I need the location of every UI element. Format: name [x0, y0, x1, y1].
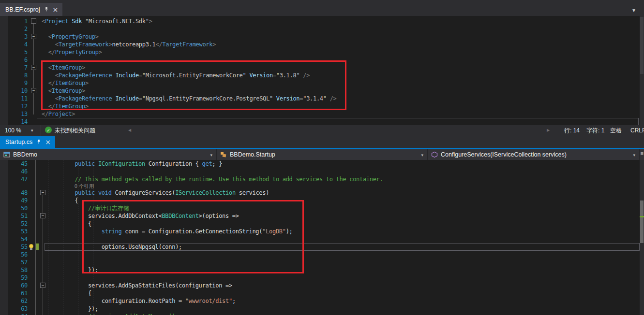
vertical-scrollbar[interactable] [640, 16, 644, 125]
code-line-62[interactable]: 62 configuration.RootPath = "wwwroot/dis… [0, 297, 644, 305]
code-text: { [48, 197, 78, 204]
close-icon[interactable]: × [45, 139, 51, 145]
chevron-down-icon[interactable]: ▾ [210, 153, 212, 158]
scrollbar-thumb[interactable] [640, 200, 644, 243]
line-number: 6 [0, 56, 28, 64]
line-number: 11 [0, 95, 28, 102]
pin-icon[interactable] [36, 139, 41, 144]
line-number: 8 [0, 72, 28, 79]
fold-marker[interactable]: − [31, 18, 36, 24]
fold-marker[interactable]: − [31, 65, 36, 70]
chevron-down-icon[interactable]: ▾ [633, 153, 635, 158]
code-line-61[interactable]: 61 { [0, 289, 644, 297]
line-number: 51 [0, 212, 28, 220]
scroll-right-icon[interactable]: ▶ [547, 127, 550, 134]
code-line-63[interactable]: 63 }); [0, 305, 644, 313]
line-number: 9 [0, 79, 28, 87]
annotation-box-adddbcontext [82, 200, 304, 273]
code-line-47[interactable]: 47 // This method gets called by the run… [0, 175, 644, 183]
code-line-64[interactable]: 64 //services.AddAutoMapper(); [0, 313, 644, 315]
code-line-59[interactable]: 59 [0, 274, 644, 282]
tab-startup-cs[interactable]: Startup.cs × [0, 136, 55, 148]
fold-marker[interactable]: − [40, 213, 45, 218]
line-number: 63 [0, 305, 28, 313]
line-number: 7 [0, 64, 28, 72]
tab-bb-ef-csproj[interactable]: BB.EF.csproj × [0, 3, 62, 16]
line-number: 59 [0, 274, 28, 282]
chevron-down-icon[interactable]: ▾ [421, 153, 423, 158]
code-line-4[interactable]: 4 <TargetFramework>netcoreapp3.1</Target… [0, 41, 644, 48]
code-text: <Project Sdk="Microsoft.NET.Sdk"> [42, 17, 152, 25]
code-line-2[interactable]: 2 [0, 25, 644, 33]
csproj-tab-bar: BB.EF.csproj × ▼ [0, 0, 644, 16]
close-icon[interactable]: × [53, 7, 59, 13]
code-line-60[interactable]: 60− services.AddSpaStaticFiles(configura… [0, 282, 644, 289]
fold-marker[interactable]: − [31, 34, 36, 39]
method-icon [431, 151, 438, 158]
ide-window: BB.EF.csproj × ▼ 1−<Project Sdk="Microso… [0, 0, 644, 315]
annotation-box-itemgroups [41, 60, 346, 110]
csharp-project-icon [3, 151, 10, 158]
line-number: 60 [0, 282, 28, 289]
line-number: 3 [0, 33, 28, 41]
fold-marker[interactable]: − [40, 190, 45, 195]
class-icon [220, 151, 227, 158]
line-number: 12 [0, 102, 28, 110]
divider [41, 125, 41, 136]
project-dropdown[interactable]: BBDemo ▾ [0, 149, 217, 160]
line-number: 48 [0, 189, 28, 197]
line-number: 10 [0, 87, 28, 95]
change-tracking-bar [36, 243, 39, 250]
lightbulb-icon[interactable] [29, 244, 34, 250]
code-line-48[interactable]: 48− public void ConfigureServices(IServi… [0, 189, 644, 197]
type-dropdown[interactable]: BBDemo.Startup ▾ [217, 149, 428, 160]
code-text: //services.AddAutoMapper(); [48, 313, 179, 315]
pin-icon[interactable] [44, 7, 49, 12]
code-line-13[interactable]: 13</Project> [0, 110, 644, 118]
type-name: BBDemo.Startup [230, 151, 275, 158]
line-number: 5 [0, 48, 28, 56]
line-number: 54 [0, 235, 28, 243]
code-line-3[interactable]: 3− <PropertyGroup> [0, 33, 644, 41]
change-marker [640, 216, 644, 217]
eol-indicator: CRLF [630, 127, 644, 134]
line-number: 1 [0, 17, 28, 25]
line-number: 4 [0, 41, 28, 48]
code-line-46[interactable]: 46 [0, 168, 644, 175]
code-text: public IConfiguration Configuration { ge… [48, 160, 222, 168]
fold-marker[interactable]: − [31, 88, 36, 93]
health-message[interactable]: 未找到相关问题 [55, 127, 95, 134]
code-line-45[interactable]: 45 public IConfiguration Configuration {… [0, 160, 644, 168]
line-number: 13 [0, 110, 28, 118]
line-number: 2 [0, 25, 28, 33]
member-dropdown[interactable]: ConfigureServices(IServiceCollection ser… [428, 149, 640, 160]
zoom-level-combo[interactable]: 100 % [5, 127, 21, 134]
line-number: 47 [0, 175, 28, 183]
editor-status-row: 100 % ▾ ✓ 未找到相关问题 ◀ ▶ 行: 14 字符: 1 空格 CRL… [0, 125, 644, 136]
scroll-left-icon[interactable]: ◀ [128, 127, 131, 134]
line-number: 64 [0, 313, 28, 315]
line-number: 46 [0, 168, 28, 175]
health-check-icon[interactable]: ✓ [45, 127, 52, 133]
project-name: BBDemo [13, 151, 37, 158]
line-number: 14 [0, 118, 28, 125]
space-indicator: 空格 [610, 127, 622, 134]
csproj-editor[interactable]: 1−<Project Sdk="Microsoft.NET.Sdk">23− <… [0, 16, 644, 125]
startup-editor[interactable]: 45 public IConfiguration Configuration {… [0, 160, 644, 315]
code-text: public void ConfigureServices(IServiceCo… [48, 189, 269, 197]
code-line-14[interactable]: 14 [0, 118, 644, 125]
tab-list-chevron-icon[interactable]: ▼ [631, 8, 636, 13]
code-text: </Project> [42, 110, 75, 118]
codelens-references[interactable]: 0 个引用 [75, 183, 94, 189]
vertical-scrollbar[interactable] [640, 160, 644, 315]
line-number: 53 [0, 228, 28, 235]
fold-marker[interactable]: − [40, 283, 45, 288]
line-number: 49 [0, 197, 28, 204]
scrollbar-thumb[interactable] [640, 17, 644, 74]
code-text: <TargetFramework>netcoreapp3.1</TargetFr… [42, 41, 216, 48]
code-line-5[interactable]: 5 </PropertyGroup> [0, 48, 644, 56]
menu-grip-icon[interactable]: ≡ [641, 150, 644, 156]
chevron-down-icon[interactable]: ▾ [31, 127, 33, 134]
line-number: 57 [0, 258, 28, 266]
code-line-1[interactable]: 1−<Project Sdk="Microsoft.NET.Sdk"> [0, 17, 644, 25]
